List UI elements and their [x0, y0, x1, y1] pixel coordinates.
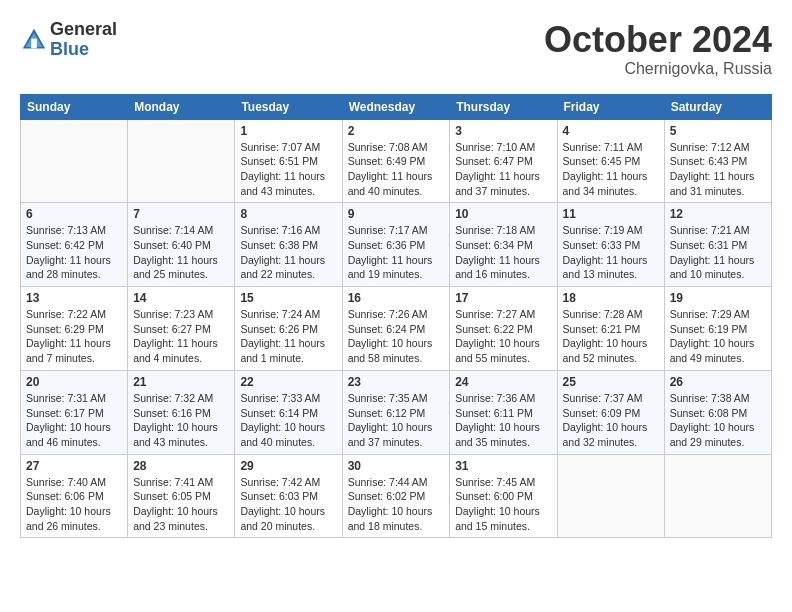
calendar-cell — [664, 454, 771, 538]
weekday-header-saturday: Saturday — [664, 94, 771, 119]
day-number: 29 — [240, 459, 336, 473]
location: Chernigovka, Russia — [544, 60, 772, 78]
calendar-cell — [128, 119, 235, 203]
calendar-cell — [21, 119, 128, 203]
calendar-cell: 30Sunrise: 7:44 AMSunset: 6:02 PMDayligh… — [342, 454, 450, 538]
day-info: Sunrise: 7:07 AMSunset: 6:51 PMDaylight:… — [240, 140, 336, 199]
day-number: 7 — [133, 207, 229, 221]
day-number: 10 — [455, 207, 551, 221]
day-info: Sunrise: 7:38 AMSunset: 6:08 PMDaylight:… — [670, 391, 766, 450]
calendar-cell: 25Sunrise: 7:37 AMSunset: 6:09 PMDayligh… — [557, 370, 664, 454]
title-block: October 2024 Chernigovka, Russia — [544, 20, 772, 78]
day-number: 23 — [348, 375, 445, 389]
day-info: Sunrise: 7:44 AMSunset: 6:02 PMDaylight:… — [348, 475, 445, 534]
day-info: Sunrise: 7:16 AMSunset: 6:38 PMDaylight:… — [240, 223, 336, 282]
day-info: Sunrise: 7:45 AMSunset: 6:00 PMDaylight:… — [455, 475, 551, 534]
day-info: Sunrise: 7:14 AMSunset: 6:40 PMDaylight:… — [133, 223, 229, 282]
day-info: Sunrise: 7:27 AMSunset: 6:22 PMDaylight:… — [455, 307, 551, 366]
calendar-cell: 10Sunrise: 7:18 AMSunset: 6:34 PMDayligh… — [450, 203, 557, 287]
day-number: 24 — [455, 375, 551, 389]
day-number: 8 — [240, 207, 336, 221]
logo-general-text: General — [50, 20, 117, 40]
day-info: Sunrise: 7:17 AMSunset: 6:36 PMDaylight:… — [348, 223, 445, 282]
day-info: Sunrise: 7:19 AMSunset: 6:33 PMDaylight:… — [563, 223, 659, 282]
day-number: 20 — [26, 375, 122, 389]
day-number: 25 — [563, 375, 659, 389]
week-row-4: 20Sunrise: 7:31 AMSunset: 6:17 PMDayligh… — [21, 370, 772, 454]
day-info: Sunrise: 7:24 AMSunset: 6:26 PMDaylight:… — [240, 307, 336, 366]
day-info: Sunrise: 7:35 AMSunset: 6:12 PMDaylight:… — [348, 391, 445, 450]
logo: General Blue — [20, 20, 117, 60]
weekday-header-monday: Monday — [128, 94, 235, 119]
month-title: October 2024 — [544, 20, 772, 60]
calendar-cell: 15Sunrise: 7:24 AMSunset: 6:26 PMDayligh… — [235, 287, 342, 371]
calendar-cell: 16Sunrise: 7:26 AMSunset: 6:24 PMDayligh… — [342, 287, 450, 371]
day-number: 5 — [670, 124, 766, 138]
calendar-cell: 27Sunrise: 7:40 AMSunset: 6:06 PMDayligh… — [21, 454, 128, 538]
day-info: Sunrise: 7:08 AMSunset: 6:49 PMDaylight:… — [348, 140, 445, 199]
day-info: Sunrise: 7:23 AMSunset: 6:27 PMDaylight:… — [133, 307, 229, 366]
week-row-2: 6Sunrise: 7:13 AMSunset: 6:42 PMDaylight… — [21, 203, 772, 287]
day-info: Sunrise: 7:12 AMSunset: 6:43 PMDaylight:… — [670, 140, 766, 199]
weekday-header-thursday: Thursday — [450, 94, 557, 119]
day-number: 9 — [348, 207, 445, 221]
weekday-header-friday: Friday — [557, 94, 664, 119]
calendar-cell: 7Sunrise: 7:14 AMSunset: 6:40 PMDaylight… — [128, 203, 235, 287]
calendar-cell: 5Sunrise: 7:12 AMSunset: 6:43 PMDaylight… — [664, 119, 771, 203]
day-number: 12 — [670, 207, 766, 221]
calendar-cell: 2Sunrise: 7:08 AMSunset: 6:49 PMDaylight… — [342, 119, 450, 203]
calendar-cell: 12Sunrise: 7:21 AMSunset: 6:31 PMDayligh… — [664, 203, 771, 287]
day-info: Sunrise: 7:41 AMSunset: 6:05 PMDaylight:… — [133, 475, 229, 534]
calendar-cell — [557, 454, 664, 538]
day-number: 2 — [348, 124, 445, 138]
day-number: 3 — [455, 124, 551, 138]
day-number: 15 — [240, 291, 336, 305]
calendar-cell: 13Sunrise: 7:22 AMSunset: 6:29 PMDayligh… — [21, 287, 128, 371]
logo-blue-text: Blue — [50, 40, 117, 60]
calendar-cell: 21Sunrise: 7:32 AMSunset: 6:16 PMDayligh… — [128, 370, 235, 454]
day-number: 1 — [240, 124, 336, 138]
day-number: 31 — [455, 459, 551, 473]
calendar-cell: 24Sunrise: 7:36 AMSunset: 6:11 PMDayligh… — [450, 370, 557, 454]
day-number: 21 — [133, 375, 229, 389]
calendar-cell: 26Sunrise: 7:38 AMSunset: 6:08 PMDayligh… — [664, 370, 771, 454]
day-info: Sunrise: 7:29 AMSunset: 6:19 PMDaylight:… — [670, 307, 766, 366]
page-header: General Blue October 2024 Chernigovka, R… — [20, 20, 772, 78]
calendar-cell: 8Sunrise: 7:16 AMSunset: 6:38 PMDaylight… — [235, 203, 342, 287]
weekday-header-sunday: Sunday — [21, 94, 128, 119]
day-number: 22 — [240, 375, 336, 389]
calendar-cell: 31Sunrise: 7:45 AMSunset: 6:00 PMDayligh… — [450, 454, 557, 538]
day-info: Sunrise: 7:40 AMSunset: 6:06 PMDaylight:… — [26, 475, 122, 534]
calendar-cell: 20Sunrise: 7:31 AMSunset: 6:17 PMDayligh… — [21, 370, 128, 454]
day-number: 16 — [348, 291, 445, 305]
calendar-cell: 18Sunrise: 7:28 AMSunset: 6:21 PMDayligh… — [557, 287, 664, 371]
day-number: 27 — [26, 459, 122, 473]
day-info: Sunrise: 7:37 AMSunset: 6:09 PMDaylight:… — [563, 391, 659, 450]
day-number: 14 — [133, 291, 229, 305]
calendar-cell: 4Sunrise: 7:11 AMSunset: 6:45 PMDaylight… — [557, 119, 664, 203]
calendar-cell: 9Sunrise: 7:17 AMSunset: 6:36 PMDaylight… — [342, 203, 450, 287]
day-number: 30 — [348, 459, 445, 473]
day-number: 26 — [670, 375, 766, 389]
day-number: 11 — [563, 207, 659, 221]
day-number: 28 — [133, 459, 229, 473]
weekday-header-row: SundayMondayTuesdayWednesdayThursdayFrid… — [21, 94, 772, 119]
day-info: Sunrise: 7:28 AMSunset: 6:21 PMDaylight:… — [563, 307, 659, 366]
week-row-5: 27Sunrise: 7:40 AMSunset: 6:06 PMDayligh… — [21, 454, 772, 538]
day-number: 6 — [26, 207, 122, 221]
calendar-cell: 17Sunrise: 7:27 AMSunset: 6:22 PMDayligh… — [450, 287, 557, 371]
weekday-header-wednesday: Wednesday — [342, 94, 450, 119]
day-info: Sunrise: 7:18 AMSunset: 6:34 PMDaylight:… — [455, 223, 551, 282]
calendar-cell: 11Sunrise: 7:19 AMSunset: 6:33 PMDayligh… — [557, 203, 664, 287]
day-info: Sunrise: 7:22 AMSunset: 6:29 PMDaylight:… — [26, 307, 122, 366]
day-info: Sunrise: 7:21 AMSunset: 6:31 PMDaylight:… — [670, 223, 766, 282]
calendar-cell: 1Sunrise: 7:07 AMSunset: 6:51 PMDaylight… — [235, 119, 342, 203]
weekday-header-tuesday: Tuesday — [235, 94, 342, 119]
day-info: Sunrise: 7:10 AMSunset: 6:47 PMDaylight:… — [455, 140, 551, 199]
day-number: 4 — [563, 124, 659, 138]
calendar-cell: 3Sunrise: 7:10 AMSunset: 6:47 PMDaylight… — [450, 119, 557, 203]
week-row-1: 1Sunrise: 7:07 AMSunset: 6:51 PMDaylight… — [21, 119, 772, 203]
logo-text: General Blue — [50, 20, 117, 60]
calendar-cell: 6Sunrise: 7:13 AMSunset: 6:42 PMDaylight… — [21, 203, 128, 287]
svg-rect-2 — [31, 38, 37, 48]
